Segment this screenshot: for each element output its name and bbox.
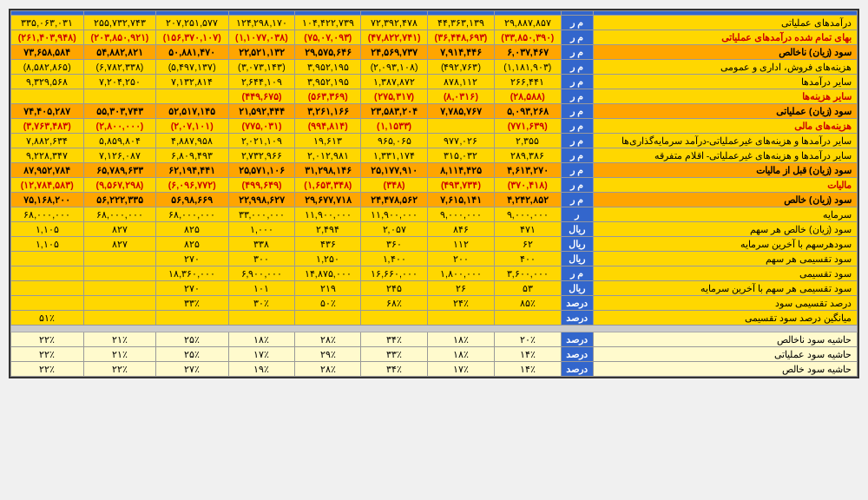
cell-value: ۵۰٪ — [295, 296, 361, 311]
cell-value: ۲۲٪ — [11, 362, 84, 377]
cell-value: ۲۹,۵۷۵,۶۴۶ — [295, 45, 361, 60]
cell-unit: م ر — [561, 30, 593, 45]
cell-value: (۹۹۴,۸۱۴) — [295, 119, 361, 134]
table-row: سود (زیان) خالص هر سهمریال۴۷۱۸۴۶۲,۰۵۷۲,۴… — [11, 222, 858, 237]
cell-value: ۵,۸۵۹,۸۰۴ — [83, 134, 155, 148]
cell-unit: ریال — [561, 222, 593, 237]
cell-desc: مالیات — [594, 178, 858, 193]
cell-value: ۳۳۵,۰۶۳,۰۳۱ — [11, 16, 84, 30]
cell-unit: درصد — [561, 296, 593, 311]
cell-value: ۲,۴۹۴ — [295, 222, 361, 237]
cell-value: ۶۸٪ — [361, 296, 428, 311]
cell-value: ۹۶۵,۰۶۵ — [361, 134, 428, 148]
cell-value: (۱۲,۷۸۴,۵۸۳) — [11, 178, 84, 193]
cell-value — [83, 89, 155, 104]
table-row: سود تقسیمی هر سهمریال۴۰۰۲۰۰۱,۴۰۰۱,۲۵۰۳۰۰… — [11, 252, 858, 266]
cell-value: ۲۵٪ — [156, 332, 228, 347]
cell-value: ۹۷۷,۰۲۶ — [427, 134, 494, 148]
cell-value: ۹,۲۲۸,۳۴۷ — [11, 148, 84, 163]
cell-unit: م ر — [561, 75, 593, 89]
cell-value — [427, 119, 494, 134]
cell-value: ۲,۰۲۱,۱۰۹ — [228, 134, 295, 148]
cell-value: (۴۹۲,۷۶۳) — [427, 60, 494, 75]
cell-value: ۱۴٪ — [494, 362, 561, 377]
table-row: سایر درآمدها و هزینه‌های غیرعملیاتی- اقل… — [11, 148, 858, 163]
table-row: مالیاتم ر(۳۷۰,۴۱۸)(۴۹۳,۷۳۴)(۳۴۸)(۱,۶۵۳,۳… — [11, 178, 858, 193]
financial-table: درآمدهای عملیاتیم ر۲۹,۸۸۷,۸۵۷۴۴,۳۶۳,۱۳۹۷… — [10, 10, 858, 377]
table-row: سایر درآمدها و هزینه‌های غیرعملیاتی-درآم… — [11, 134, 858, 148]
cell-value: ۱,۰۰۰ — [228, 222, 295, 237]
cell-value: ۷۲,۳۹۲,۴۷۸ — [361, 16, 428, 30]
cell-value: ۶۲,۱۹۴,۴۴۱ — [156, 163, 228, 178]
cell-unit: م ر — [561, 266, 593, 281]
cell-value — [295, 311, 361, 326]
cell-value: (۷۷۵,۰۳۱) — [228, 119, 295, 134]
cell-value: ۲۳,۵۸۳,۲۰۴ — [361, 104, 428, 119]
cell-unit: درصد — [561, 311, 593, 326]
cell-value: ۹,۳۲۹,۵۶۸ — [11, 75, 84, 89]
cell-value: ۳,۶۰۰,۰۰۰ — [494, 266, 561, 281]
cell-value: ۲,۳۵۵ — [494, 134, 561, 148]
cell-value: ۴,۸۸۷,۹۵۸ — [156, 134, 228, 148]
table-row: سود (زیان) قبل از مالیاتم ر۴,۶۱۳,۲۷۰۸,۱۱… — [11, 163, 858, 178]
cell-value: ۴,۶۱۳,۲۷۰ — [494, 163, 561, 178]
cell-value: ۶۵,۷۸۹,۶۳۳ — [83, 163, 155, 178]
cell-value: ۲۱۹ — [295, 281, 361, 296]
cell-value: ۱۴٪ — [494, 347, 561, 362]
cell-value: ۲۵٪ — [156, 347, 228, 362]
cell-unit: م ر — [561, 193, 593, 207]
cell-value: ۱۹٪ — [228, 362, 295, 377]
cell-value: ۷,۶۱۵,۱۴۱ — [427, 193, 494, 207]
cell-desc: حاشیه سود ناخالص — [594, 332, 858, 347]
cell-value: ۲۷٪ — [156, 362, 228, 377]
cell-value: ۳,۹۵۲,۱۹۵ — [295, 75, 361, 89]
cell-value: ۵۶,۲۲۲,۳۳۵ — [83, 193, 155, 207]
cell-unit: ر — [561, 207, 593, 222]
cell-value — [83, 311, 155, 326]
cell-value: (۷۷۱,۶۳۹) — [494, 119, 561, 134]
cell-value: ۱,۳۸۷,۸۷۲ — [361, 75, 428, 89]
cell-value: ۵,۰۹۳,۲۶۸ — [494, 104, 561, 119]
cell-unit: ریال — [561, 237, 593, 252]
cell-value: (۶,۷۸۲,۳۳۸) — [83, 60, 155, 75]
cell-value: ۳۱۵,۰۳۲ — [427, 148, 494, 163]
cell-value: ۲۷۰ — [156, 281, 228, 296]
cell-value: ۳۳,۰۰۰,۰۰۰ — [228, 207, 295, 222]
cell-value: ۷۳,۶۵۸,۵۸۴ — [11, 45, 84, 60]
cell-value: (۱,۶۵۳,۳۴۸) — [295, 178, 361, 193]
cell-unit: م ر — [561, 148, 593, 163]
cell-value: (۳۷۰,۴۱۸) — [494, 178, 561, 193]
cell-value: ۷,۲۰۴,۲۵۰ — [83, 75, 155, 89]
cell-value: ۱۸٪ — [427, 332, 494, 347]
cell-value: ۵۴,۸۸۲,۸۲۱ — [83, 45, 155, 60]
cell-value: ۵۱٪ — [11, 311, 84, 326]
cell-value: ۶,۸۰۹,۴۹۳ — [156, 148, 228, 163]
cell-value: ۱۷٪ — [228, 347, 295, 362]
cell-value: ۵۲,۵۱۷,۱۴۵ — [156, 104, 228, 119]
cell-value: ۲۹,۶۷۷,۷۱۸ — [295, 193, 361, 207]
cell-value: ۶۸,۰۰۰,۰۰۰ — [83, 207, 155, 222]
cell-value: ۱۱,۹۰۰,۰۰۰ — [361, 207, 428, 222]
cell-value: ۱۰۴,۴۲۲,۷۳۹ — [295, 16, 361, 30]
cell-value: ۳۰۰ — [228, 252, 295, 266]
cell-value: ۲,۰۵۷ — [361, 222, 428, 237]
cell-value: ۷۵,۱۶۸,۲۰۰ — [11, 193, 84, 207]
cell-value: ۷,۷۸۵,۷۶۷ — [427, 104, 494, 119]
cell-value: (۴۹۹,۶۴۹) — [228, 178, 295, 193]
cell-value: ۸۲۷ — [83, 222, 155, 237]
cell-value — [494, 311, 561, 326]
table-row: سود (زیان) خالصم ر۴,۲۴۲,۸۵۲۷,۶۱۵,۱۴۱۲۴,۴… — [11, 193, 858, 207]
cell-value: ۷,۱۲۶,۰۸۷ — [83, 148, 155, 163]
cell-value: ۲۴٪ — [427, 296, 494, 311]
cell-value — [228, 311, 295, 326]
cell-value: ۱۲۴,۲۹۸,۱۷۰ — [228, 16, 295, 30]
cell-value: (۱,۱۵۳۳) — [361, 119, 428, 134]
cell-unit: درصد — [561, 332, 593, 347]
cell-value: ۶,۰۳۷,۴۶۷ — [494, 45, 561, 60]
table-body: درآمدهای عملیاتیم ر۲۹,۸۸۷,۸۵۷۴۴,۳۶۳,۱۳۹۷… — [11, 16, 858, 377]
cell-value: ۲,۶۴۴,۱۰۹ — [228, 75, 295, 89]
cell-value: ۴۳۶ — [295, 237, 361, 252]
cell-value: ۲,۰۱۲,۹۸۱ — [295, 148, 361, 163]
table-row: بهای تمام شده درآمدهای عملیاتیم ر(۳۳,۸۵۰… — [11, 30, 858, 45]
cell-value: ۲۵۵,۷۳۲,۷۴۳ — [83, 16, 155, 30]
